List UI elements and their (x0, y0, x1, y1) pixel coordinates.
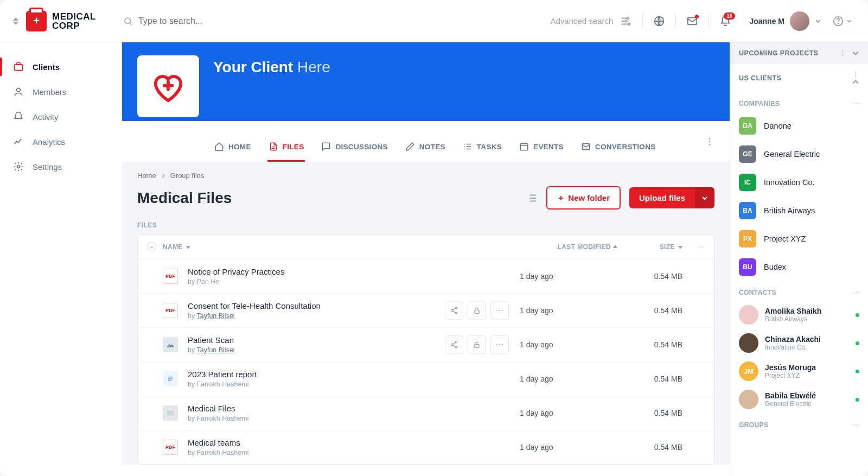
upcoming-projects-header[interactable]: UPCOMING PROJECTS (730, 42, 868, 64)
contact-company: Project XYZ (765, 372, 816, 379)
more-vertical-icon[interactable] (852, 71, 859, 78)
nav-settings[interactable]: Settings (0, 154, 122, 179)
svg-rect-11 (520, 144, 528, 150)
more-horizontal-icon[interactable]: ⋯ (853, 289, 859, 296)
svg-point-10 (17, 166, 20, 168)
more-horizontal-icon[interactable]: ⋯ (853, 421, 859, 429)
svg-rect-8 (15, 65, 23, 71)
page-title: Medical Files (137, 189, 232, 207)
row-more-button[interactable]: ⋯ (490, 301, 509, 320)
pencil-icon (405, 142, 415, 151)
table-row[interactable]: PDF Consent for Tele-Health Consultation… (138, 293, 714, 327)
tab-tasks[interactable]: TASKS (462, 136, 503, 162)
search-icon (123, 16, 133, 26)
tab-conversations[interactable]: CONVERSTIONS (580, 136, 657, 162)
upload-dropdown[interactable] (695, 187, 714, 208)
company-item[interactable]: GE General Electric (730, 140, 868, 168)
search-input[interactable] (138, 16, 301, 26)
company-item[interactable]: PX Project XYZ (730, 225, 868, 253)
column-name[interactable]: NAME (163, 243, 520, 251)
row-more-button[interactable]: ⋯ (490, 335, 509, 354)
advanced-search[interactable]: Advanced search (551, 15, 632, 27)
file-author: by Farrokh Hashemi (188, 449, 249, 456)
contact-item[interactable]: Amolika Shaikh British Airways (730, 301, 868, 329)
breadcrumb-home[interactable]: Home (137, 172, 156, 180)
view-list-icon[interactable] (526, 192, 538, 204)
chevron-down-icon[interactable] (852, 49, 859, 57)
contact-item[interactable]: Babila Ebwélé General Electric (730, 385, 868, 414)
user-menu[interactable]: Joanne M (749, 11, 821, 31)
logo[interactable]: + MEDICALCORP (26, 11, 96, 31)
select-all-checkbox[interactable]: − (148, 243, 156, 251)
lock-button[interactable] (468, 301, 486, 320)
tab-files[interactable]: FILES (267, 136, 305, 162)
tab-events[interactable]: EVENTS (518, 136, 565, 162)
avatar (739, 333, 758, 353)
chevron-up-icon[interactable] (852, 78, 859, 86)
tab-bar: HOME FILES DISCUSSIONS NOTES TASKS EVENT… (213, 136, 657, 162)
contact-item[interactable]: Chinaza Akachi Innovation Co. (730, 329, 868, 357)
table-row[interactable]: Patient Scan by Tayfun Bilsel ⋯ 1 day ag… (138, 327, 714, 361)
tab-more[interactable] (699, 131, 720, 152)
globe-icon[interactable] (646, 8, 672, 34)
nav-members[interactable]: Members (0, 79, 122, 104)
share-button[interactable] (445, 301, 463, 320)
svg-point-15 (709, 144, 710, 145)
svg-point-7 (838, 23, 838, 24)
tab-notes[interactable]: NOTES (404, 136, 446, 162)
company-badge: IC (739, 174, 756, 191)
company-item[interactable]: BU Budex (730, 253, 868, 281)
pdf-icon: PDF (163, 303, 178, 318)
pdf-icon: PDF (163, 440, 178, 455)
svg-rect-23 (475, 344, 479, 347)
company-item[interactable]: IC Innovation Co. (730, 168, 868, 196)
presence-dot (856, 398, 859, 402)
logo-text: MEDICALCORP (52, 12, 96, 30)
client-logo (137, 55, 199, 117)
image-icon (163, 337, 178, 352)
tab-home[interactable]: HOME (213, 136, 252, 162)
contact-name: Amolika Shaikh (765, 307, 821, 315)
nav-analytics[interactable]: Analytics (0, 129, 122, 154)
file-size: 0.54 MB (617, 443, 682, 452)
lock-button[interactable] (468, 335, 486, 354)
file-modified: 1 day ago (520, 443, 617, 452)
plus-icon (557, 194, 565, 202)
company-item[interactable]: BA British Airways (730, 196, 868, 225)
right-panel: UPCOMING PROJECTS US CLIENTS COMPANIES⋯ … (730, 42, 868, 476)
calendar-icon (519, 142, 529, 151)
svg-point-9 (17, 88, 21, 92)
company-name: Danone (764, 122, 792, 130)
upload-files-button[interactable]: Upload files (629, 187, 695, 208)
sliders-icon (620, 15, 631, 27)
share-button[interactable] (445, 335, 463, 354)
column-more[interactable]: ⋯ (682, 243, 704, 251)
contact-item[interactable]: JM Jesús Moruga Project XYZ (730, 357, 868, 385)
us-clients-header[interactable]: US CLIENTS (730, 64, 868, 92)
groups-label: GROUPS⋯ (730, 414, 868, 433)
company-badge: BA (739, 202, 756, 219)
bell-icon[interactable]: 16 (712, 8, 738, 34)
nav-activity[interactable]: Activity (0, 104, 122, 129)
table-row[interactable]: PDF Medical teams by Farrokh Hashemi 1 d… (138, 430, 714, 464)
more-vertical-icon[interactable] (839, 49, 846, 57)
table-row[interactable]: PDF Notice of Privacy Practices by Pan H… (138, 259, 714, 293)
table-row[interactable]: 2023 Patient report by Farrokh Hashemi 1… (138, 361, 714, 396)
company-item[interactable]: DA Danone (730, 112, 868, 140)
column-modified[interactable]: LAST MODIFIED (520, 243, 617, 251)
table-row[interactable]: Medical Files by Farrokh Hashemi 1 day a… (138, 396, 714, 430)
new-folder-button[interactable]: New folder (546, 186, 621, 210)
nav-clients[interactable]: Clients (0, 54, 122, 79)
column-size[interactable]: SIZE (617, 243, 682, 251)
more-horizontal-icon[interactable]: ⋯ (853, 100, 859, 107)
file-modified: 1 day ago (520, 306, 617, 315)
chat-icon (321, 142, 331, 151)
tab-discussions[interactable]: DISCUSSIONS (320, 136, 388, 162)
app-switcher[interactable] (13, 17, 18, 25)
mail-icon[interactable] (679, 8, 705, 34)
presence-dot (856, 313, 859, 317)
contact-company: Innovation Co. (765, 344, 821, 351)
file-author: by Farrokh Hashemi (188, 380, 257, 388)
breadcrumb: Home Group files (137, 172, 714, 180)
help-icon[interactable] (829, 8, 855, 34)
